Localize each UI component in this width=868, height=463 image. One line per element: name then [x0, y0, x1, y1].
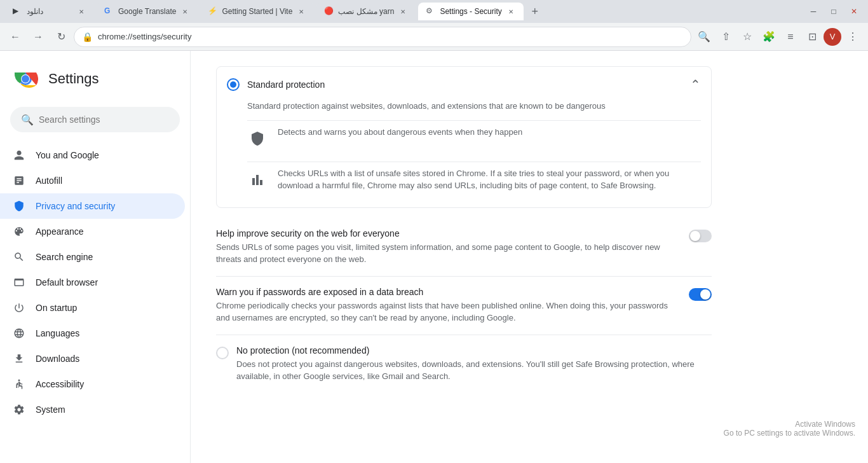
no-protection-row: No protection (not recommended) Does not…	[216, 335, 712, 393]
system-icon	[13, 403, 25, 416]
close-button[interactable]: ✕	[845, 3, 863, 20]
search-icon: 🔍	[21, 114, 34, 126]
window-mode-icon[interactable]: ⊡	[802, 27, 822, 47]
content-section: Standard protection ⌃ Standard protectio…	[191, 51, 737, 408]
main-content: Standard protection ⌃ Standard protectio…	[191, 51, 868, 463]
tab-2-close[interactable]: ✕	[180, 6, 190, 17]
settings-header: Settings	[0, 56, 190, 102]
sidebar-label-privacy-and-security: Privacy and security	[36, 201, 115, 211]
sidebar-item-languages[interactable]: Languages	[0, 321, 185, 346]
chrome-menu-icon[interactable]: ⋮	[843, 27, 863, 47]
standard-protection-title: Standard protection	[247, 79, 325, 90]
security-icon	[13, 200, 25, 212]
sidebar-label-accessibility: Accessibility	[36, 379, 84, 389]
palette-icon	[13, 225, 25, 238]
collapse-icon[interactable]: ⌃	[690, 77, 701, 92]
no-protection-desc: Does not protect you against dangerous w…	[236, 358, 712, 383]
share-icon[interactable]: ⇧	[715, 27, 736, 47]
person-icon	[13, 149, 25, 162]
standard-protection-desc: Standard protection against websites, do…	[247, 100, 701, 113]
reload-button[interactable]: ↻	[51, 27, 71, 47]
tab-3[interactable]: ⚡ Getting Started | Vite ✕	[200, 3, 314, 20]
protection-detail-2-text: Checks URLs with a list of unsafe sites …	[278, 167, 701, 192]
power-icon	[13, 301, 25, 314]
browser-toolbar: ← → ↻ 🔒 chrome://settings/security 🔍 ⇧ ☆…	[0, 23, 868, 51]
settings-page-title: Settings	[48, 71, 99, 87]
sidebar-label-system: System	[36, 404, 65, 415]
sidebar-item-autofill[interactable]: Autofill	[0, 168, 185, 193]
no-protection-radio[interactable]	[216, 347, 229, 359]
sidebar-label-default-browser: Default browser	[36, 277, 98, 287]
sidebar-item-privacy-and-security[interactable]: Privacy and security	[0, 193, 185, 219]
sidebar-item-search-engine[interactable]: Search engine	[0, 244, 185, 270]
svg-point-3	[22, 75, 29, 83]
profile-avatar[interactable]: V	[824, 28, 841, 46]
sidebar-item-downloads[interactable]: Downloads	[0, 346, 185, 371]
sidebar-label-languages: Languages	[36, 328, 79, 338]
tab-1-close[interactable]: ✕	[76, 6, 86, 17]
warn-passwords-row: Warn you if passwords are exposed in a d…	[216, 277, 712, 335]
tab-4[interactable]: 🔴 مشکل نصب yarn ✕	[316, 3, 416, 20]
profile-menu-icon[interactable]: ≡	[780, 27, 801, 47]
star-icon[interactable]: ☆	[737, 27, 757, 47]
settings-container: Settings 🔍 You and Google Autofill Priva…	[0, 51, 868, 463]
tab-5-title: Settings - Security	[440, 7, 501, 16]
forward-button[interactable]: →	[28, 27, 48, 47]
extensions-icon[interactable]: 🧩	[759, 27, 779, 47]
help-improve-security-desc: Sends URLs of some pages you visit, limi…	[216, 241, 679, 266]
warn-passwords-toggle-thumb	[700, 289, 710, 300]
help-improve-security-title: Help improve security on the web for eve…	[216, 228, 679, 238]
help-improve-security-toggle[interactable]	[689, 230, 712, 242]
warn-passwords-info: Warn you if passwords are exposed in a d…	[216, 287, 679, 324]
autofill-icon	[13, 174, 25, 187]
sidebar-item-default-browser[interactable]: Default browser	[0, 270, 185, 295]
no-protection-content: No protection (not recommended) Does not…	[236, 345, 712, 383]
tab-5[interactable]: ⚙ Settings - Security ✕	[418, 3, 523, 20]
standard-protection-card: Standard protection ⌃ Standard protectio…	[216, 66, 712, 208]
sidebar-label-search-engine: Search engine	[36, 252, 93, 262]
tab-4-close[interactable]: ✕	[398, 6, 408, 17]
search-icon[interactable]: 🔍	[694, 27, 714, 47]
search-engine-icon	[13, 251, 25, 263]
sidebar-item-system[interactable]: System	[0, 397, 185, 422]
no-protection-title: No protection (not recommended)	[236, 345, 712, 356]
sidebar-item-you-and-google[interactable]: You and Google	[0, 142, 185, 168]
download-icon	[13, 352, 25, 365]
tab-2[interactable]: G Google Translate ✕	[97, 3, 198, 20]
radio-selected-dot	[230, 81, 236, 88]
maximize-button[interactable]: □	[825, 3, 843, 20]
address-bar-url: chrome://settings/security	[98, 32, 191, 41]
chart-detail-icon	[247, 170, 268, 190]
search-input[interactable]	[39, 114, 169, 125]
tab-4-title: مشکل نصب yarn	[338, 7, 394, 16]
help-improve-security-row: Help improve security on the web for eve…	[216, 218, 712, 277]
back-button[interactable]: ←	[5, 27, 25, 47]
window-controls: ─ □ ✕	[804, 3, 863, 20]
minimize-button[interactable]: ─	[804, 3, 822, 20]
settings-sidebar: Settings 🔍 You and Google Autofill Priva…	[0, 51, 191, 463]
tab-3-close[interactable]: ✕	[296, 6, 306, 17]
protection-detail-2: Checks URLs with a list of unsafe sites …	[247, 162, 701, 197]
sidebar-label-you-and-google: You and Google	[36, 150, 99, 160]
tab-5-close[interactable]: ✕	[506, 6, 516, 17]
sidebar-item-on-startup[interactable]: On startup	[0, 295, 185, 321]
tab-1-favicon: ▶	[13, 6, 23, 17]
warn-passwords-desc: Chrome periodically checks your password…	[216, 300, 679, 324]
tab-3-favicon: ⚡	[208, 6, 218, 17]
settings-search-bar[interactable]: 🔍	[10, 107, 180, 132]
standard-protection-radio[interactable]	[227, 78, 240, 91]
warn-passwords-title: Warn you if passwords are exposed in a d…	[216, 287, 679, 297]
sidebar-item-appearance[interactable]: Appearance	[0, 219, 185, 244]
svg-point-4	[18, 380, 20, 382]
address-bar[interactable]: 🔒 chrome://settings/security	[74, 27, 691, 47]
tab-1[interactable]: ▶ دانلود ✕	[5, 3, 94, 20]
sidebar-item-accessibility[interactable]: Accessibility	[0, 371, 185, 397]
help-improve-toggle-thumb	[690, 231, 700, 241]
tab-5-favicon: ⚙	[426, 6, 436, 17]
warn-passwords-toggle[interactable]	[689, 288, 712, 301]
browser-titlebar: ▶ دانلود ✕ G Google Translate ✕ ⚡ Gettin…	[0, 0, 868, 23]
new-tab-button[interactable]: +	[526, 3, 544, 20]
protection-detail-1: Detects and warns you about dangerous ev…	[247, 120, 701, 154]
tab-2-title: Google Translate	[118, 7, 176, 16]
sidebar-label-autofill: Autofill	[36, 176, 62, 186]
